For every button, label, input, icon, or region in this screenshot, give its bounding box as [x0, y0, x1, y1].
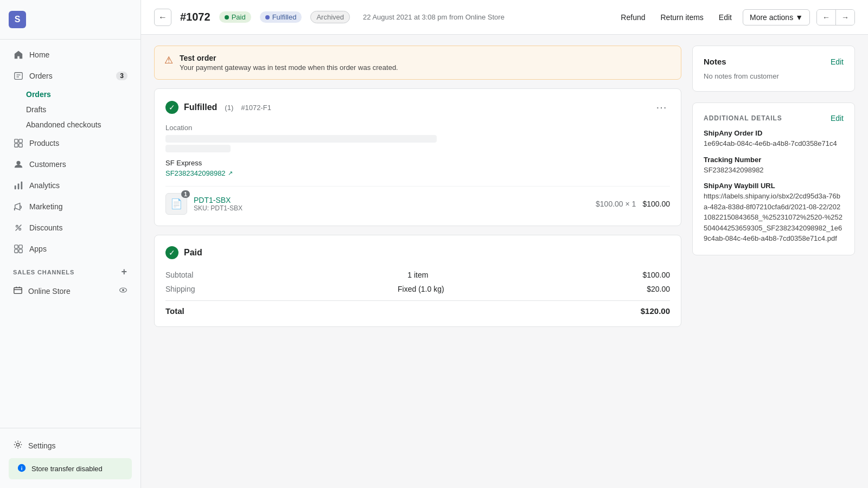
svg-rect-16 [19, 245, 22, 248]
sidebar-item-marketing[interactable]: Marketing [4, 196, 136, 217]
paid-dot [225, 15, 229, 20]
subtotal-amount: $100.00 [642, 271, 670, 279]
sidebar-item-settings[interactable]: Settings [4, 435, 136, 456]
order-number: #1072 [180, 11, 210, 23]
additional-title: ADDITIONAL DETAILS [704, 114, 782, 122]
carrier-name: SF Express [165, 159, 670, 167]
online-store-icon [13, 285, 23, 297]
item-details: PDT1-SBX SKU: PDT1-SBX [194, 196, 589, 212]
customers-icon [13, 159, 24, 170]
return-items-button[interactable]: Return items [656, 10, 708, 25]
sidebar-item-analytics[interactable]: Analytics [4, 175, 136, 196]
tracking-number-label: Tracking Number [704, 156, 844, 164]
svg-rect-11 [14, 208, 15, 211]
tracking-link[interactable]: SF2382342098982 ↗ [165, 169, 670, 177]
shipany-id-value: 1e69c4ab-084c-4e6b-a4b8-7cd0358e71c4 [704, 138, 844, 149]
svg-point-22 [16, 443, 19, 446]
additional-edit-button[interactable]: Edit [831, 114, 844, 123]
svg-rect-15 [15, 245, 18, 248]
sidebar-nav: Home Orders 3 Orders Drafts Abandoned ch… [0, 40, 141, 428]
subnav-orders[interactable]: Orders [26, 87, 141, 102]
add-channel-icon[interactable]: + [122, 266, 127, 278]
external-link-icon: ↗ [228, 170, 233, 177]
marketing-icon [13, 201, 24, 212]
subtotal-row: Subtotal 1 item $100.00 [165, 268, 670, 282]
waybill-url-value: https://labels.shipany.io/sbx2/2cd95d3a-… [704, 191, 844, 244]
sidebar: S Home Orders 3 Orders Drafts Abandoned … [0, 0, 141, 488]
sidebar-item-home[interactable]: Home [4, 44, 136, 65]
chevron-down-icon: ▼ [795, 13, 803, 22]
sidebar-item-analytics-label: Analytics [29, 181, 60, 190]
paid-badge: Paid [219, 11, 251, 23]
header-actions: Refund Return items Edit More actions ▼ … [616, 9, 855, 25]
shipping-row: Shipping Fixed (1.0 kg) $20.00 [165, 282, 670, 296]
svg-point-21 [122, 289, 124, 291]
notes-edit-button[interactable]: Edit [831, 57, 844, 66]
alert-content: Test order Your payment gateway was in t… [180, 54, 398, 72]
sidebar-item-customers[interactable]: Customers [4, 154, 136, 175]
analytics-icon [13, 180, 24, 191]
sidebar-item-marketing-label: Marketing [29, 202, 62, 211]
svg-text:i: i [21, 465, 23, 471]
item-image: 📄 1 [165, 193, 187, 215]
sidebar-logo: S [9, 7, 132, 33]
sidebar-item-products[interactable]: Products [4, 133, 136, 153]
info-icon: i [17, 464, 26, 474]
svg-point-12 [16, 226, 18, 228]
shipping-label: Shipping [165, 285, 195, 293]
location-blurred-line2 [165, 145, 231, 152]
right-column: Notes Edit No notes from customer ADDITI… [692, 46, 855, 477]
subnav-drafts[interactable]: Drafts [26, 102, 141, 117]
svg-rect-6 [19, 144, 22, 147]
item-name-link[interactable]: PDT1-SBX [194, 196, 231, 204]
sidebar-item-apps[interactable]: Apps [4, 239, 136, 259]
fulfilled-more-button[interactable]: ⋯ [653, 100, 670, 115]
shipping-amount: $20.00 [647, 285, 670, 293]
subnav-abandoned[interactable]: Abandoned checkouts [26, 117, 141, 132]
order-navigation: ← → [816, 9, 855, 25]
sidebar-item-orders[interactable]: Orders 3 [4, 66, 136, 86]
next-order-button[interactable]: → [835, 10, 854, 25]
sidebar-item-orders-label: Orders [29, 72, 53, 80]
total-amount: $120.00 [641, 306, 670, 316]
more-actions-button[interactable]: More actions ▼ [743, 9, 810, 25]
apps-icon [13, 243, 24, 254]
test-order-banner: ⚠ Test order Your payment gateway was in… [154, 46, 681, 80]
paid-card-header: ✓ Paid [165, 246, 670, 259]
sales-channels-label: SALES CHANNELS [13, 269, 74, 275]
sidebar-item-online-store[interactable]: Online Store [4, 280, 136, 301]
warning-icon: ⚠ [164, 54, 173, 66]
subtotal-qty: 1 item [407, 271, 428, 279]
payment-card: ✓ Paid Subtotal 1 item $100.00 Shipping … [154, 235, 681, 327]
svg-rect-8 [15, 185, 16, 189]
refund-button[interactable]: Refund [616, 10, 649, 25]
notes-card: Notes Edit No notes from customer [692, 46, 855, 92]
svg-rect-17 [15, 249, 18, 253]
svg-rect-10 [21, 182, 23, 189]
svg-rect-4 [19, 139, 22, 143]
location-label: Location [165, 124, 670, 132]
edit-button[interactable]: Edit [714, 10, 736, 25]
waybill-url-label: ShipAny Waybill URL [704, 182, 844, 190]
fulfilled-check-icon: ✓ [165, 101, 178, 114]
svg-point-13 [19, 228, 21, 230]
shipany-id-label: ShipAny Order ID [704, 129, 844, 137]
subtotal-label: Subtotal [165, 271, 193, 279]
svg-rect-19 [14, 288, 22, 294]
back-button[interactable]: ← [154, 9, 171, 26]
notes-header: Notes Edit [704, 57, 844, 66]
store-transfer-label: Store transfer disabled [31, 465, 103, 473]
order-date: 22 August 2021 at 3:08 pm from Online St… [359, 13, 505, 21]
prev-order-button[interactable]: ← [817, 10, 835, 25]
svg-rect-9 [18, 183, 20, 189]
paid-title: Paid [184, 248, 202, 258]
sidebar-item-discounts[interactable]: Discounts [4, 217, 136, 238]
no-notes-text: No notes from customer [704, 72, 779, 80]
fulfilled-title: Fulfilled [184, 102, 217, 112]
svg-rect-3 [15, 139, 18, 143]
item-price: $100.00 × 1 [596, 200, 636, 208]
logo-icon: S [9, 11, 26, 28]
left-column: ⚠ Test order Your payment gateway was in… [154, 46, 681, 477]
eye-icon[interactable] [119, 286, 127, 296]
additional-details-card: ADDITIONAL DETAILS Edit ShipAny Order ID… [692, 102, 855, 255]
